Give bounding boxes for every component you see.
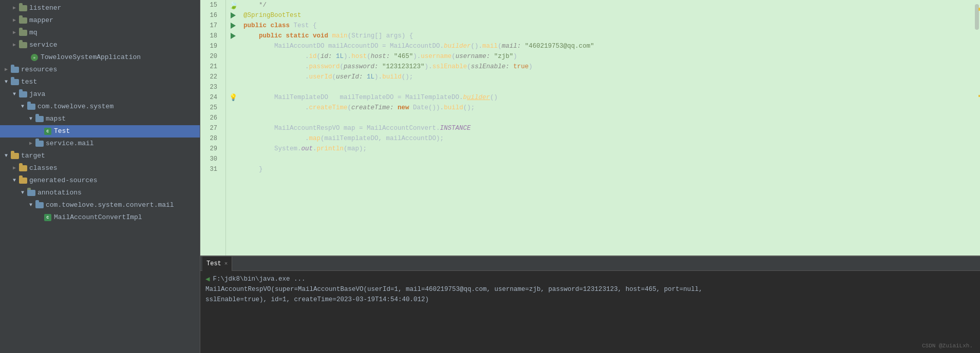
line-numbers: 15 16 17 18 19 20 21 22 23 24 25 26 27 2… — [200, 0, 226, 256]
sidebar-item-annotations[interactable]: ▼ annotations — [0, 187, 200, 199]
java-command: F:\jdk8\bin\java.exe ... — [213, 274, 305, 284]
gutter-run-annotation[interactable] — [231, 10, 236, 21]
bulb-icon[interactable]: 💡 — [229, 93, 237, 102]
sidebar-item-label: mapper — [29, 15, 53, 26]
folder-icon — [10, 78, 20, 86]
arrow-icon: ▼ — [27, 114, 35, 124]
code-line-17: public class Test { — [243, 21, 980, 31]
line-num-25: 25 — [200, 103, 221, 113]
arrow-icon: ▶ — [2, 65, 10, 75]
code-line-29: System. out . println (map); — [243, 144, 980, 154]
java-class-icon: C — [43, 127, 52, 135]
sidebar-item-mapst[interactable]: ▼ mapst — [0, 113, 200, 125]
run-icon[interactable] — [231, 12, 236, 18]
tab-test[interactable]: Test × — [202, 257, 232, 271]
editor-area: 15 16 17 18 19 20 21 22 23 24 25 26 27 2… — [200, 0, 980, 353]
folder-icon — [18, 29, 28, 37]
folder-icon — [18, 164, 28, 172]
sidebar-item-label: java — [29, 89, 45, 100]
folder-icon — [10, 66, 20, 74]
gutter-run-main[interactable] — [231, 31, 236, 41]
arrow-icon: ▼ — [2, 77, 10, 87]
console-output: ◀ F:\jdk8\bin\java.exe ... MailAccountRe… — [200, 271, 980, 353]
sidebar-item-resources[interactable]: ▶ resources — [0, 64, 200, 76]
code-line-28: . map (mailTemplateDO, mailAccountDO); — [243, 133, 980, 144]
sidebar-item-generated-sources[interactable]: ▼ generated-sources — [0, 174, 200, 187]
run-icon[interactable] — [231, 33, 236, 39]
arrow-icon: ▼ — [10, 89, 18, 100]
arrow-icon: ▼ — [2, 151, 10, 161]
sidebar-item-listener[interactable]: ▶ listener — [0, 2, 200, 14]
folder-icon — [18, 176, 28, 185]
java-class-icon: C — [43, 213, 52, 222]
editor-scrollbar[interactable] — [973, 0, 980, 256]
code-line-15: */ — [243, 0, 980, 10]
sidebar-item-service[interactable]: ▶ service — [0, 39, 200, 51]
folder-icon — [18, 41, 28, 49]
line-num-16: 16 — [200, 10, 221, 21]
sidebar-item-label: service.mail — [46, 139, 94, 149]
file-tree: ▶ listener ▶ mapper ▶ mq ▶ service ☕ To — [0, 0, 200, 353]
arrow-icon: ▶ — [10, 28, 18, 38]
code-line-23 — [243, 82, 980, 92]
tab-close-button[interactable]: × — [224, 261, 228, 267]
sidebar-item-convert-mail[interactable]: ▼ com.towelove.system.convert.mail — [0, 199, 200, 211]
arrow-icon: ▼ — [10, 175, 18, 186]
line-num-18: 18 — [200, 31, 221, 41]
folder-icon — [27, 189, 36, 197]
code-line-30 — [243, 154, 980, 164]
run-icon[interactable] — [231, 23, 236, 29]
code-line-31: } — [243, 164, 980, 174]
code-line-26 — [243, 113, 980, 123]
folder-icon — [18, 16, 28, 25]
arrow-icon: ▶ — [27, 139, 35, 149]
gutter-bulb[interactable]: 💡 — [229, 92, 237, 103]
line-num-20: 20 — [200, 51, 221, 62]
code-line-18: public static void main (String[] args) … — [243, 31, 980, 41]
code-line-20: . id ( id: 1L ). host ( host: "465" ). u… — [243, 51, 980, 62]
sidebar-item-target[interactable]: ▼ target — [0, 150, 200, 162]
sidebar-item-classes[interactable]: ▶ classes — [0, 162, 200, 174]
sidebar-item-label: MailAccountConvertImpl — [54, 212, 142, 223]
sidebar-item-mapper[interactable]: ▶ mapper — [0, 14, 200, 27]
sidebar-item-Test[interactable]: C Test — [0, 125, 200, 138]
sidebar-item-com-towelove-system[interactable]: ▼ com.towelove.system — [0, 101, 200, 113]
output-line-2: sslEnable=true), id=1, createTime=2023-0… — [205, 295, 429, 305]
line-num-30: 30 — [200, 154, 221, 164]
sidebar-item-label: annotations — [37, 188, 82, 198]
code-editor: 15 16 17 18 19 20 21 22 23 24 25 26 27 2… — [200, 0, 980, 256]
gutter-run-class[interactable] — [231, 21, 236, 31]
sidebar-item-MailAccountConvertImpl[interactable]: C MailAccountConvertImpl — [0, 211, 200, 224]
line-num-22: 22 — [200, 72, 221, 82]
sidebar-item-label: mapst — [46, 114, 66, 124]
sidebar-item-test[interactable]: ▼ test — [0, 76, 200, 88]
java-class-icon: ☕ — [30, 53, 39, 62]
line-num-29: 29 — [200, 144, 221, 154]
arrow-icon: ▶ — [10, 15, 18, 26]
console-line-1: MailAccountRespVO(super=MailAccountBaseV… — [205, 284, 975, 295]
sidebar-item-label: test — [21, 77, 37, 87]
sidebar-item-mq[interactable]: ▶ mq — [0, 27, 200, 39]
arrow-icon: ◀ — [205, 274, 210, 284]
code-lines: */ @SpringBootTest public class Test { p… — [240, 0, 980, 256]
line-num-23: 23 — [200, 82, 221, 92]
code-line-21: . password ( password: "123123123" ). ss… — [243, 62, 980, 72]
gutter-icons: 🍃 💡 — [226, 0, 240, 256]
arrow-icon: ▶ — [10, 3, 18, 13]
arrow-icon: ▶ — [10, 40, 18, 50]
sidebar-item-label: Test — [54, 126, 70, 136]
bottom-panel: Test × ◀ F:\jdk8\bin\java.exe ... MailAc… — [200, 256, 980, 353]
sidebar-item-label: listener — [29, 3, 61, 13]
sidebar-item-label: mq — [29, 28, 37, 38]
console-line-cmd: ◀ F:\jdk8\bin\java.exe ... — [205, 274, 975, 284]
gutter-comment: 🍃 — [229, 0, 238, 10]
sidebar-item-service-mail[interactable]: ▶ service.mail — [0, 138, 200, 150]
sidebar-item-java[interactable]: ▼ java — [0, 88, 200, 101]
line-num-31: 31 — [200, 164, 221, 174]
output-line-1: MailAccountRespVO(super=MailAccountBaseV… — [205, 284, 703, 295]
sidebar-item-ToweloveSystemApplication[interactable]: ☕ ToweloveSystemApplication — [0, 51, 200, 64]
folder-icon — [10, 152, 20, 160]
line-num-28: 28 — [200, 133, 221, 144]
code-line-16: @SpringBootTest — [243, 10, 980, 21]
sidebar-item-label: ToweloveSystemApplication — [41, 52, 141, 63]
